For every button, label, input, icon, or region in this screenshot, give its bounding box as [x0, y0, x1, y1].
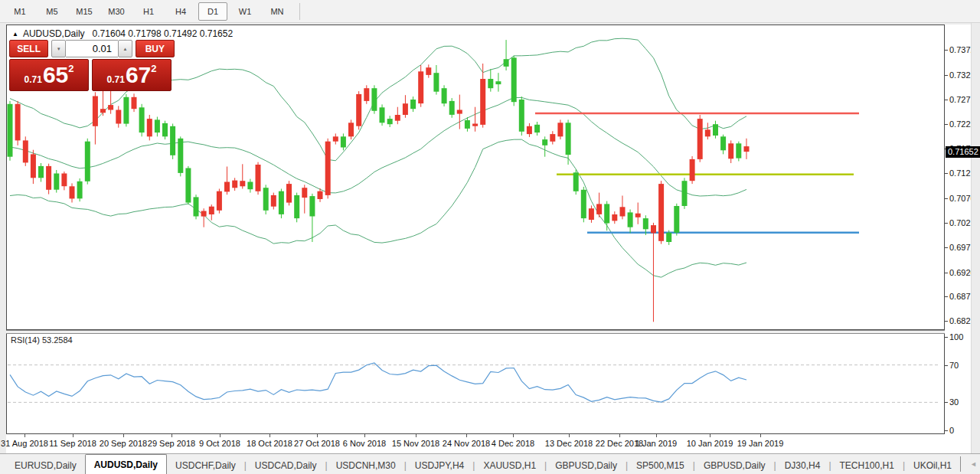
- rsi-axis-label: 70: [949, 361, 959, 370]
- lot-size-input[interactable]: [66, 40, 118, 57]
- date-axis-label: 31 Aug 2018: [1, 439, 48, 448]
- sell-price-box[interactable]: 0.71 65 2: [9, 59, 89, 91]
- rsi-line: [10, 363, 746, 402]
- sell-button[interactable]: SELL: [9, 40, 48, 57]
- lot-increase-button[interactable]: ▲: [118, 40, 132, 57]
- date-tick: [466, 434, 467, 437]
- price-tick: [945, 247, 948, 248]
- symbol-period-label: AUDUSD,Daily: [23, 28, 85, 39]
- buy-price-box[interactable]: 0.71 67 2: [92, 59, 172, 91]
- date-axis-label: 27 Oct 2018: [294, 439, 340, 448]
- chart-title: ▲ AUDUSD,Daily 0.71604 0.71798 0.71492 0…: [12, 28, 233, 39]
- chart-tab-dj30-h4[interactable]: DJ30,H4: [776, 457, 829, 474]
- tab-scroll-controls: ◄►: [960, 456, 980, 472]
- chart-tab-bar: EURUSD,DailyAUDUSD,DailyUSDCHF,Daily|USD…: [0, 453, 980, 474]
- date-axis-label: 29 Sep 2018: [148, 439, 195, 448]
- chart-tab-gbpusd-daily[interactable]: GBPUSD,Daily: [695, 457, 774, 474]
- chart-tab-usdchf-daily[interactable]: USDCHF,Daily: [167, 457, 244, 474]
- date-axis-label: 24 Nov 2018: [443, 439, 490, 448]
- date-axis-label: 11 Sep 2018: [49, 439, 96, 448]
- chart-tab-ukoil-h1[interactable]: UKOil,H1: [905, 457, 960, 474]
- chart-tab-usdcad-daily[interactable]: USDCAD,Daily: [247, 457, 325, 474]
- chart-tab-tech100-h1[interactable]: TECH100,H1: [831, 457, 903, 474]
- date-axis-label: 19 Jan 2019: [737, 439, 784, 448]
- date-tick: [220, 434, 220, 437]
- date-tick: [760, 434, 761, 437]
- chart-tab-eurusd-daily[interactable]: EURUSD,Daily: [6, 457, 85, 474]
- date-axis-label: 15 Nov 2018: [392, 439, 439, 448]
- chart-tab-usdjpy-h4[interactable]: USDJPY,H4: [407, 457, 472, 474]
- timeframe-button-d1[interactable]: D1: [198, 2, 227, 21]
- sell-price-pip: 2: [68, 63, 74, 74]
- date-axis[interactable]: 31 Aug 201811 Sep 201820 Sep 201829 Sep …: [6, 434, 971, 453]
- price-tick: [945, 223, 948, 224]
- date-tick: [656, 434, 657, 437]
- price-tick: [945, 124, 948, 125]
- timeframe-button-h1[interactable]: H1: [134, 2, 163, 21]
- rsi-tick: [945, 402, 948, 403]
- rsi-label: RSI(14) 53.2584: [11, 335, 73, 345]
- price-tick: [945, 75, 948, 76]
- price-tick: [945, 100, 948, 100]
- timeframe-button-m15[interactable]: M15: [70, 2, 99, 21]
- date-tick: [364, 434, 365, 437]
- date-tick: [317, 434, 318, 437]
- rsi-tick: [945, 337, 948, 338]
- rsi-axis-label: 30: [949, 397, 959, 407]
- date-axis-label: 20 Sep 2018: [100, 439, 147, 448]
- current-price-box: 0.71652: [946, 146, 980, 158]
- chart-tab-audusd-daily[interactable]: AUDUSD,Daily: [85, 454, 167, 474]
- date-axis-label: 13 Dec 2018: [545, 439, 593, 448]
- one-click-trading-panel: SELL ▼ ▲ BUY 0.71 65 2 0.71 67 2: [9, 40, 175, 91]
- toolbar-separator: [299, 3, 300, 20]
- date-tick: [123, 434, 124, 437]
- timeframe-button-h4[interactable]: H4: [166, 2, 195, 21]
- date-tick: [710, 434, 710, 437]
- rsi-tick: [945, 430, 948, 431]
- buy-button[interactable]: BUY: [136, 40, 175, 57]
- chart-tab-sp500-m15[interactable]: SP500,M15: [628, 457, 693, 474]
- date-axis-label: 6 Nov 2018: [343, 439, 386, 448]
- timeframe-button-m5[interactable]: M5: [38, 2, 67, 21]
- chart-tab-xauusd-h1[interactable]: XAUUSD,H1: [475, 457, 544, 474]
- price-axis[interactable]: 0.737200.732100.727150.722200.717100.712…: [945, 25, 971, 434]
- date-tick: [619, 434, 620, 437]
- tab-scroll-left-icon[interactable]: ◄: [970, 460, 977, 468]
- timeframe-button-mn[interactable]: MN: [263, 2, 292, 21]
- rsi-chart-surface[interactable]: [6, 332, 945, 434]
- date-axis-label: 9 Oct 2018: [199, 439, 240, 448]
- price-tick: [945, 50, 948, 51]
- sell-price-big: 65: [43, 64, 68, 87]
- window-right-edge: [971, 23, 980, 474]
- timeframe-button-m1[interactable]: M1: [5, 2, 34, 21]
- date-tick: [416, 434, 416, 437]
- date-tick: [569, 434, 570, 437]
- buy-price-big: 67: [126, 64, 151, 87]
- rsi-tick: [945, 365, 948, 366]
- rsi-axis-label: 100: [949, 332, 963, 342]
- date-axis-label: 1 Jan 2019: [635, 439, 677, 448]
- timeframe-button-w1[interactable]: W1: [230, 2, 260, 21]
- expand-triangle-icon[interactable]: ▲: [12, 31, 18, 38]
- chart-tab-gbpusd-daily[interactable]: GBPUSD,Daily: [547, 457, 626, 474]
- chart-tab-usdcnh-m30[interactable]: USDCNH,M30: [328, 457, 404, 474]
- price-tick: [945, 321, 948, 322]
- timeframe-toolbar: M1M5M15M30H1H4D1W1MN: [0, 0, 980, 23]
- sell-price-prefix: 0.71: [24, 74, 42, 85]
- price-tick: [945, 198, 948, 199]
- price-tick: [945, 296, 948, 297]
- timeframe-button-m30[interactable]: M30: [102, 2, 131, 21]
- ohlc-values: 0.71604 0.71798 0.71492 0.71652: [93, 28, 234, 39]
- date-tick: [73, 434, 74, 437]
- date-axis-label: 10 Jan 2019: [687, 439, 733, 448]
- buy-price-prefix: 0.71: [107, 74, 125, 85]
- price-tick: [945, 173, 948, 174]
- date-tick: [172, 434, 172, 437]
- mt4-window: M1M5M15M30H1H4D1W1MN ▲ AUDUSD,Daily 0.71…: [0, 0, 980, 474]
- price-tick: [945, 273, 948, 273]
- buy-price-pip: 2: [151, 63, 156, 74]
- date-tick: [270, 434, 270, 437]
- lot-decrease-button[interactable]: ▼: [51, 40, 66, 57]
- date-tick: [513, 434, 514, 437]
- date-axis-label: 4 Dec 2018: [492, 439, 534, 448]
